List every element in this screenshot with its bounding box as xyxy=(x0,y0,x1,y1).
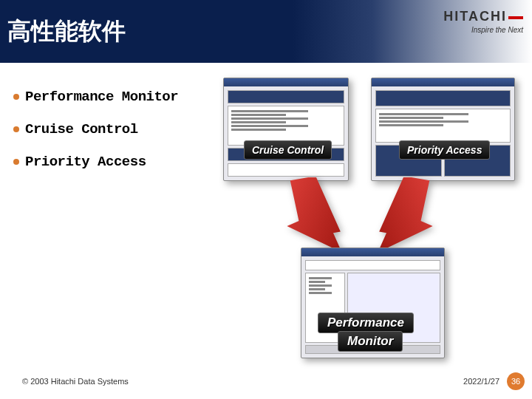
bullet-label: Priority Access xyxy=(25,154,146,170)
slide-header: 高性能软件 HITACHI Inspire the Next xyxy=(0,0,532,63)
badge-perf-monitor-2: Monitor xyxy=(338,331,403,352)
list-item: Cruise Control xyxy=(13,121,178,137)
svg-marker-1 xyxy=(378,177,437,259)
slide-title: 高性能软件 xyxy=(7,16,126,48)
bullet-list: Performance Monitor Cruise Control Prior… xyxy=(13,89,178,186)
window-body xyxy=(224,86,348,180)
page-number: 36 xyxy=(507,372,525,390)
slide-footer: © 2003 Hitachi Data Systems 2022/1/27 36 xyxy=(0,372,532,390)
bullet-icon xyxy=(13,94,19,100)
bullet-icon xyxy=(13,126,19,132)
footer-right: 2022/1/27 36 xyxy=(463,372,525,390)
screenshots-area: Cruise Control Priority Access xyxy=(223,78,522,358)
titlebar xyxy=(301,248,444,256)
list-item: Priority Access xyxy=(13,154,178,170)
bullet-icon xyxy=(13,159,19,165)
panel xyxy=(228,106,344,146)
svg-marker-0 xyxy=(282,177,341,259)
titlebar xyxy=(224,78,348,86)
panel xyxy=(228,163,344,177)
badge-cruise-control: Cruise Control xyxy=(244,140,332,160)
window-body xyxy=(372,86,514,180)
logo-tagline: Inspire the Next xyxy=(443,26,523,34)
panel xyxy=(375,90,511,106)
bullet-label: Cruise Control xyxy=(25,121,138,137)
titlebar xyxy=(372,78,514,86)
bullet-label: Performance Monitor xyxy=(25,89,178,105)
logo-block: HITACHI Inspire the Next xyxy=(443,9,523,34)
copyright: © 2003 Hitachi Data Systems xyxy=(22,377,129,386)
screenshot-cruise-control xyxy=(223,78,349,181)
panel xyxy=(375,109,511,143)
badge-perf-monitor-1: Performance xyxy=(318,313,414,333)
panel xyxy=(228,90,344,103)
logo-main: HITACHI xyxy=(443,9,507,24)
panel xyxy=(305,260,440,270)
logo-red-bar xyxy=(508,16,523,19)
screenshot-priority-access xyxy=(371,78,515,181)
list-item: Performance Monitor xyxy=(13,89,178,105)
logo-text: HITACHI xyxy=(443,9,523,24)
badge-priority-access: Priority Access xyxy=(399,140,490,160)
footer-date: 2022/1/27 xyxy=(463,377,499,386)
